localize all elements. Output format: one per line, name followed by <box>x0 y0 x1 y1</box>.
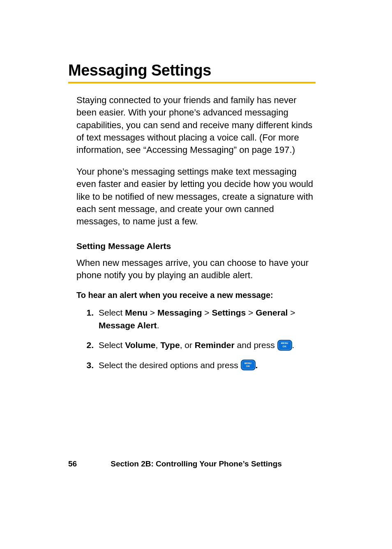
step-number: 1. <box>81 307 94 319</box>
step-3: 3. Select the desired options and press … <box>81 359 316 371</box>
option-label: Reminder <box>195 340 235 350</box>
menu-path-item: Settings <box>212 308 246 317</box>
option-label: Volume <box>125 340 155 350</box>
menu-ok-key-icon: MENUOK <box>277 340 292 351</box>
key-label-top: MENU <box>244 362 251 365</box>
text: Select <box>99 308 125 317</box>
key-label-top: MENU <box>281 342 288 345</box>
footer-section-label: Section 2B: Controlling Your Phone’s Set… <box>77 459 316 468</box>
comma: , <box>156 340 161 350</box>
step-number: 2. <box>81 339 94 351</box>
intro-paragraph-2: Your phone’s messaging settings make tex… <box>76 166 316 228</box>
comma-or: , or <box>180 340 195 350</box>
sep: > <box>202 308 212 317</box>
title-rule <box>68 82 316 83</box>
step-1: 1. Select Menu > Messaging > Settings > … <box>81 307 316 332</box>
step-number: 3. <box>81 359 94 371</box>
page-title: Messaging Settings <box>68 62 316 79</box>
step-body: Select the desired options and press MEN… <box>99 359 316 371</box>
option-label: Type <box>160 340 180 350</box>
text: Select the desired options and press <box>99 360 241 370</box>
intro-paragraph-1: Staying connected to your friends and fa… <box>76 94 316 157</box>
sep: > <box>148 308 157 317</box>
period: . <box>292 340 295 350</box>
sub-heading: Setting Message Alerts <box>76 241 316 251</box>
key-label-bottom: OK <box>283 345 287 348</box>
sub-paragraph: When new messages arrive, you can choose… <box>76 257 316 282</box>
key-label-bottom: OK <box>246 365 250 367</box>
text: Select <box>99 340 125 350</box>
page-footer: 56 Section 2B: Controlling Your Phone’s … <box>0 459 392 468</box>
and-press: and press <box>235 340 277 350</box>
step-body: Select Volume, Type, or Reminder and pre… <box>99 339 316 351</box>
sep: > <box>246 308 256 317</box>
step-2: 2. Select Volume, Type, or Reminder and … <box>81 339 316 351</box>
step-body: Select Menu > Messaging > Settings > Gen… <box>99 307 316 332</box>
instruction-heading: To hear an alert when you receive a new … <box>76 291 316 300</box>
period: . <box>256 360 258 370</box>
menu-path-item: General <box>256 308 288 317</box>
menu-path-item: Messaging <box>157 308 202 317</box>
page-content: Messaging Settings Staying connected to … <box>0 0 392 371</box>
menu-path-item: Menu <box>125 308 148 317</box>
menu-ok-key-icon: MENUOK <box>241 360 256 370</box>
menu-path-item: Message Alert <box>99 321 157 330</box>
period: . <box>157 321 159 330</box>
step-list: 1. Select Menu > Messaging > Settings > … <box>81 307 316 371</box>
sep: > <box>288 308 295 317</box>
page-number: 56 <box>68 459 77 468</box>
